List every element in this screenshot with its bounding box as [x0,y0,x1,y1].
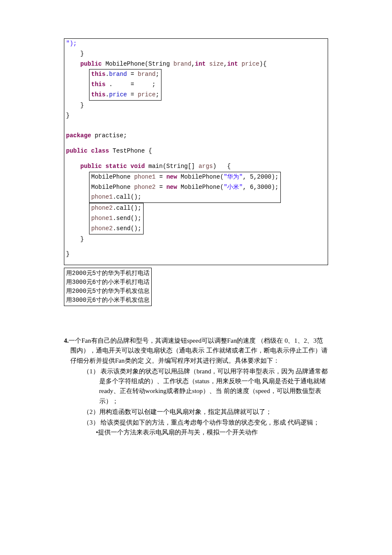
code-block-mobilephone: "); } public MobilePhone(String brand,in… [64,38,328,265]
requirement-3: （3） 给该类提供如下的方法，重点考虑每个动作导致的状态变化，形成 代码逻辑； [83,418,328,428]
code-line: package practise; [64,131,328,141]
question-text: 一个Fan有自己的品牌和型号，其调速旋钮speed可以调整Fan的速度 （档级在… [69,337,328,364]
code-line: this.price = price; [91,90,159,100]
code-line: } [64,249,328,260]
code-line: MobilePhone phone2 = new MobilePhone("小米… [91,182,279,193]
code-line: "); [64,39,328,49]
requirement-2: （2）用构造函数可以创建一个电风扇对象，指定其品牌就可以了； [83,407,328,417]
output-block: 用2000元5寸的华为手机打电话 用3000元6寸的小米手机打电话 用2000元… [64,268,152,306]
code-line: public class TestPhone { [64,146,328,156]
code-line: } [64,49,328,59]
question-4: 4.一个Fan有自己的品牌和型号，其调速旋钮speed可以调整Fan的速度 （档… [64,336,328,438]
code-inner-box: MobilePhone phone1 = new MobilePhone("华为… [89,172,281,203]
code-line: phone1.call(); [91,192,279,202]
question-requirements: （1） 表示该类对象的状态可以用品牌（brand，可以用字符串型表示，因为 品牌… [64,367,328,438]
code-inner-box: phone2.call(); phone1.send(); phone2.sen… [89,203,144,234]
code-line: phone1.send(); [91,214,141,224]
document-page: "); } public MobilePhone(String brand,in… [0,0,392,476]
code-line: MobilePhone phone1 = new MobilePhone("华为… [91,172,279,182]
output-line: 用2000元5寸的华为手机打电话 [66,269,150,278]
code-inner-box: this.brand = brand; this . = ; this.pric… [89,69,161,100]
code-line: public static void main(String[] args) { [64,162,328,172]
output-line: 用3000元6寸的小米手机打电话 [66,278,150,287]
question-body: 4.一个Fan有自己的品牌和型号，其调速旋钮speed可以调整Fan的速度 （档… [64,336,328,366]
requirement-3-sub: •提供一个方法来表示电风扇的开与关，模拟一个开关动作 [83,428,328,437]
requirement-1: （1） 表示该类对象的状态可以用品牌（brand，可以用字符串型表示，因为 品牌… [83,367,328,406]
code-line: } [64,111,328,121]
output-line: 用3000元6寸的小米手机发信息 [66,296,150,305]
question-number: 4. [64,337,69,344]
code-line: this . = ; [91,80,159,90]
code-line: public MobilePhone(String brand,int size… [64,59,328,69]
code-line: phone2.send(); [91,224,141,234]
code-line: this.brand = brand; [91,69,159,80]
output-line: 用2000元5寸的华为手机发信息 [66,287,150,296]
code-line: } [64,101,328,111]
code-line: } [64,234,328,245]
code-line: phone2.call(); [91,203,141,214]
